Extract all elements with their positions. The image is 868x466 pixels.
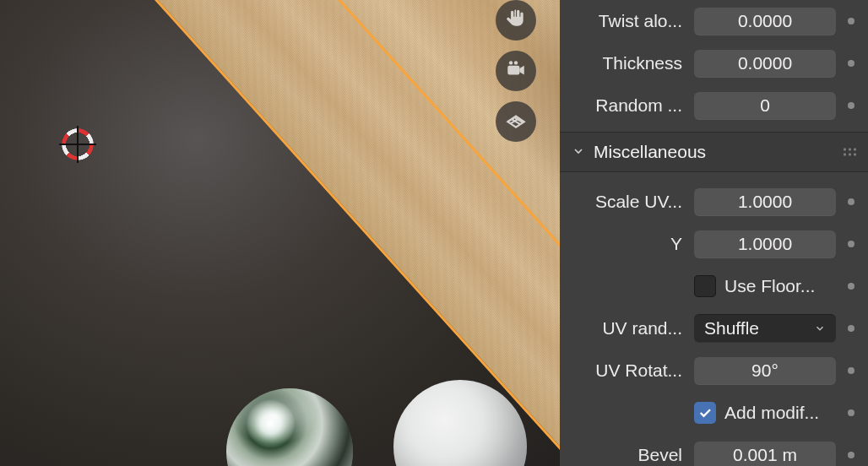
- camera-gizmo[interactable]: [496, 51, 536, 91]
- prop-label: Twist alo...: [572, 11, 682, 31]
- animate-dot[interactable]: [848, 102, 854, 109]
- prop-thickness: Thickness 0.0000: [560, 42, 868, 84]
- prop-add-modifier: Add modif...: [560, 392, 868, 434]
- uv-rotation-field[interactable]: 90°: [694, 356, 836, 385]
- animate-dot[interactable]: [848, 198, 854, 205]
- pan-gizmo[interactable]: [496, 0, 536, 41]
- app-root: Twist alo... 0.0000 Thickness 0.0000 Ran…: [0, 0, 868, 466]
- animate-dot[interactable]: [848, 452, 854, 458]
- scale-uv-y-field[interactable]: 1.0000: [694, 230, 836, 258]
- prop-scale-uv-y: Y 1.0000: [560, 223, 868, 265]
- svg-rect-0: [507, 66, 519, 75]
- hand-icon: [505, 8, 527, 33]
- animate-dot[interactable]: [848, 18, 854, 24]
- section-miscellaneous-header[interactable]: Miscellaneous: [560, 132, 868, 172]
- prop-label: Bevel: [572, 445, 682, 465]
- section-title: Miscellaneous: [594, 142, 706, 162]
- uv-random-select[interactable]: Shuffle: [694, 314, 836, 343]
- chevron-down-icon: [814, 318, 826, 339]
- twist-field[interactable]: 0.0000: [694, 7, 836, 35]
- add-modifier-checkbox[interactable]: [694, 402, 716, 424]
- animate-dot[interactable]: [848, 409, 854, 416]
- add-modifier-wrap: Add modif...: [694, 402, 836, 424]
- checkbox-label: Add modif...: [724, 403, 819, 423]
- chevron-down-icon: [572, 142, 585, 162]
- drag-handle-icon[interactable]: [844, 149, 856, 156]
- prop-label: UV Rotat...: [572, 360, 682, 381]
- prop-label: Scale UV...: [572, 192, 682, 212]
- prop-label: Thickness: [572, 53, 682, 73]
- viewport-3d[interactable]: [0, 0, 560, 466]
- use-floor-wrap: Use Floor...: [694, 275, 836, 297]
- prop-use-floor: Use Floor...: [560, 265, 868, 307]
- grid-icon: [505, 109, 527, 134]
- camera-icon: [505, 58, 527, 84]
- cursor-3d: [57, 124, 98, 165]
- preview-sphere-matte[interactable]: [393, 380, 527, 466]
- animate-dot[interactable]: [848, 283, 854, 290]
- prop-uv-random: UV rand... Shuffle: [560, 307, 868, 350]
- prop-label: Y: [572, 234, 682, 254]
- prop-scale-uv: Scale UV... 1.0000: [560, 181, 868, 223]
- prop-twist-along: Twist alo... 0.0000: [560, 0, 868, 42]
- bevel-field[interactable]: 0.001 m: [694, 441, 836, 466]
- animate-dot[interactable]: [848, 367, 854, 374]
- select-value: Shuffle: [704, 318, 759, 339]
- svg-point-1: [509, 61, 513, 64]
- animate-dot[interactable]: [848, 241, 854, 247]
- scale-uv-field[interactable]: 1.0000: [694, 187, 836, 216]
- animate-dot[interactable]: [848, 60, 854, 67]
- prop-label: UV rand...: [572, 318, 682, 339]
- thickness-field[interactable]: 0.0000: [694, 49, 836, 78]
- prop-bevel: Bevel 0.001 m: [560, 434, 868, 466]
- animate-dot[interactable]: [848, 325, 854, 332]
- properties-panel: Twist alo... 0.0000 Thickness 0.0000 Ran…: [560, 0, 868, 466]
- use-floor-checkbox[interactable]: [694, 275, 716, 297]
- preview-sphere-chrome[interactable]: [226, 388, 353, 466]
- random-field[interactable]: 0: [694, 91, 836, 120]
- panel-resize-handle[interactable]: [560, 0, 565, 466]
- svg-point-2: [514, 61, 518, 64]
- prop-uv-rotation: UV Rotat... 90°: [560, 350, 868, 392]
- section-miscellaneous-body: Scale UV... 1.0000 Y 1.0000 Use Floor...…: [560, 172, 868, 466]
- viewport-gizmo-stack: [496, 0, 536, 142]
- prop-label: Random ...: [572, 95, 682, 116]
- prop-random: Random ... 0: [560, 84, 868, 127]
- grid-gizmo[interactable]: [496, 101, 536, 142]
- checkbox-label: Use Floor...: [724, 276, 815, 296]
